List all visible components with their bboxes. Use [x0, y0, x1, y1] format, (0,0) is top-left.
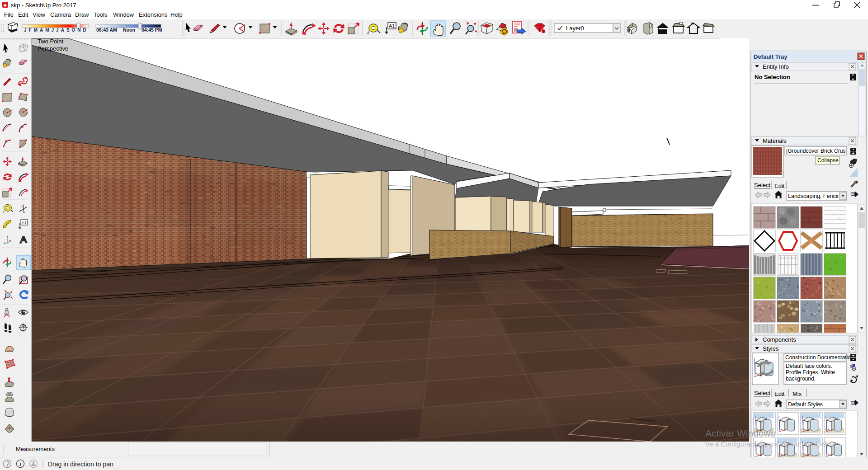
svg-text:Noon: Noon	[123, 27, 135, 33]
svg-text:06:43 AM: 06:43 AM	[96, 27, 117, 33]
svg-text:Materials: Materials	[763, 137, 787, 144]
svg-text:[Groundcover Brick Crushe: [Groundcover Brick Crushe	[786, 148, 852, 154]
svg-text:Mix: Mix	[793, 390, 802, 397]
svg-text:Landscaping, Fencing a: Landscaping, Fencing a	[788, 193, 848, 199]
svg-text:JFMAMJJASOND: JFMAMJJASOND	[24, 28, 89, 33]
svg-text:Default Tray: Default Tray	[754, 53, 788, 60]
svg-text:Components: Components	[763, 336, 796, 343]
svg-text:background.: background.	[786, 376, 816, 382]
svg-text:N: N	[24, 324, 26, 327]
svg-text:Layer0: Layer0	[566, 25, 584, 32]
svg-text:Default Styles: Default Styles	[788, 401, 823, 408]
svg-text:Entity Info: Entity Info	[763, 63, 789, 70]
svg-text:Perspective: Perspective	[38, 45, 68, 52]
svg-text:Edit: Edit	[774, 390, 785, 397]
svg-text:Select: Select	[754, 182, 771, 188]
svg-text:Two Point: Two Point	[38, 38, 63, 45]
svg-text:04:45 PM: 04:45 PM	[142, 27, 162, 33]
svg-text:Default face colors.: Default face colors.	[786, 363, 832, 369]
svg-text:Select: Select	[754, 390, 771, 396]
svg-text:Styles: Styles	[763, 345, 779, 352]
svg-text:Edit: Edit	[774, 183, 785, 189]
svg-text:No Selection: No Selection	[755, 74, 790, 80]
svg-text:Collapse: Collapse	[817, 157, 839, 164]
svg-text:A1: A1	[389, 23, 395, 28]
svg-text:A1: A1	[22, 221, 27, 225]
svg-text:Construction Documentatio: Construction Documentatio	[785, 354, 851, 361]
svg-text:Profile Edges. White: Profile Edges. White	[786, 369, 835, 376]
